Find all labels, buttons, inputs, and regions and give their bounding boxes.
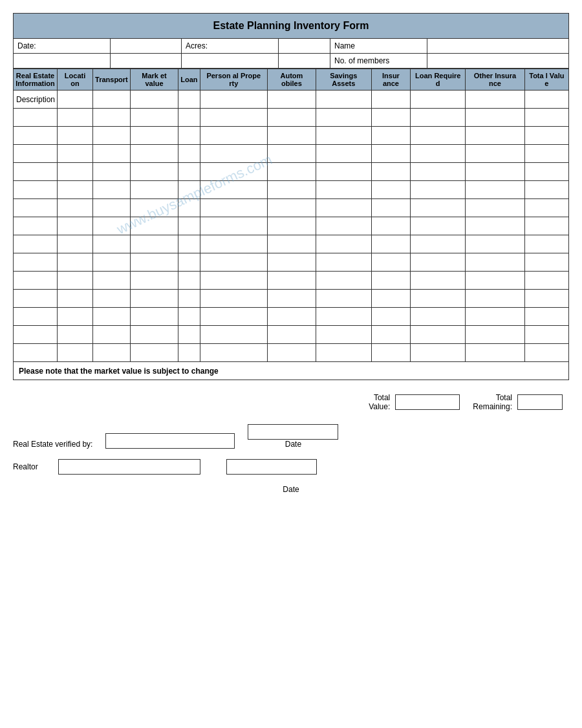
table-row xyxy=(14,145,569,163)
date-cell: Date: xyxy=(14,39,111,54)
total-remaining-input[interactable] xyxy=(517,394,563,410)
realtor-label: Realtor xyxy=(13,462,45,471)
description-row: Description xyxy=(14,91,569,109)
total-remaining-label: TotalRemaining: xyxy=(473,393,512,411)
page-wrapper: Estate Planning Inventory Form Date: Acr… xyxy=(13,13,569,494)
no-members-label: No. of members xyxy=(334,56,389,65)
verified-date-input[interactable] xyxy=(248,424,338,440)
data-cell[interactable] xyxy=(524,91,568,109)
data-cell[interactable] xyxy=(411,91,466,109)
verified-label: Real Estate verified by: xyxy=(13,440,92,449)
note-row: Please note that the market value is sub… xyxy=(14,362,569,380)
no-members-value[interactable] xyxy=(427,54,568,68)
data-cell[interactable] xyxy=(466,91,525,109)
table-row xyxy=(14,253,569,272)
name-label: Name xyxy=(334,41,355,50)
realtor-row: Realtor xyxy=(13,459,569,475)
col-other-insurance: Other Insura nce xyxy=(466,69,525,91)
table-row xyxy=(14,199,569,217)
table-row xyxy=(14,163,569,181)
date-bottom: Date xyxy=(13,485,569,494)
table-row xyxy=(14,272,569,290)
table-row xyxy=(14,181,569,199)
table-row xyxy=(14,235,569,253)
info-row-1: Date: Acres: Name xyxy=(14,39,568,54)
totals-row: TotalValue: TotalRemaining: xyxy=(13,393,569,411)
name-cell: Name xyxy=(330,39,427,54)
col-loan: Loan xyxy=(178,69,200,91)
col-market-value: Mark et value xyxy=(130,69,178,91)
col-loan-required: Loan Require d xyxy=(411,69,466,91)
data-cell[interactable] xyxy=(93,91,131,109)
realtor-input[interactable] xyxy=(58,459,200,475)
data-cell[interactable] xyxy=(200,91,267,109)
acres-cell: Acres: xyxy=(182,39,279,54)
data-cell[interactable] xyxy=(130,91,178,109)
date-value-cell[interactable] xyxy=(111,39,182,54)
note-text: Please note that the market value is sub… xyxy=(14,362,569,380)
col-total-value: Tota l Valu e xyxy=(524,69,568,91)
data-cell[interactable] xyxy=(316,91,371,109)
date-bottom-label: Date xyxy=(283,485,299,494)
col-real-estate: Real EstateInformation xyxy=(14,69,58,91)
table-header-row: Real EstateInformation Locati on Transpo… xyxy=(14,69,569,91)
total-value-input[interactable] xyxy=(395,394,460,410)
table-row xyxy=(14,127,569,145)
acres-label: Acres: xyxy=(186,41,208,50)
total-remaining-group: TotalRemaining: xyxy=(473,393,563,411)
col-transport: Transport xyxy=(93,69,131,91)
data-cell[interactable] xyxy=(58,91,93,109)
description-cell: Description xyxy=(14,91,58,109)
no-members-cell: No. of members xyxy=(330,54,427,68)
data-cell[interactable] xyxy=(178,91,200,109)
realtor-date-input[interactable] xyxy=(226,459,317,475)
info-row-2: No. of members xyxy=(14,54,568,68)
col-insurance: Insur ance xyxy=(371,69,411,91)
acres-spacer2 xyxy=(279,54,330,68)
verified-date-group: Date xyxy=(248,424,338,449)
col-location: Locati on xyxy=(58,69,93,91)
main-table: Real EstateInformation Locati on Transpo… xyxy=(13,69,569,380)
acres-value-cell[interactable] xyxy=(279,39,330,54)
verified-by-input[interactable] xyxy=(105,433,235,449)
data-cell[interactable] xyxy=(268,91,316,109)
data-cell[interactable] xyxy=(371,91,411,109)
table-row xyxy=(14,308,569,326)
name-value-cell[interactable] xyxy=(427,39,568,54)
form-title: Estate Planning Inventory Form xyxy=(13,13,569,39)
table-row xyxy=(14,217,569,235)
col-automobiles: Autom obiles xyxy=(268,69,316,91)
col-personal-property: Person al Prope rty xyxy=(200,69,267,91)
col-savings-assets: Savings Assets xyxy=(316,69,371,91)
header-info: Date: Acres: Name No. of members xyxy=(13,39,569,69)
date-label: Date: xyxy=(17,41,36,50)
table-row xyxy=(14,344,569,362)
table-row xyxy=(14,326,569,344)
date-spacer xyxy=(14,54,111,68)
table-row xyxy=(14,290,569,308)
date-spacer2 xyxy=(111,54,182,68)
total-value-label: TotalValue: xyxy=(369,393,390,411)
verified-row: Real Estate verified by: Date xyxy=(13,424,569,449)
acres-spacer xyxy=(182,54,279,68)
bottom-section: TotalValue: TotalRemaining: Real Estate … xyxy=(13,393,569,494)
total-value-group: TotalValue: xyxy=(369,393,460,411)
verified-date-label: Date xyxy=(285,440,301,449)
table-row xyxy=(14,109,569,127)
